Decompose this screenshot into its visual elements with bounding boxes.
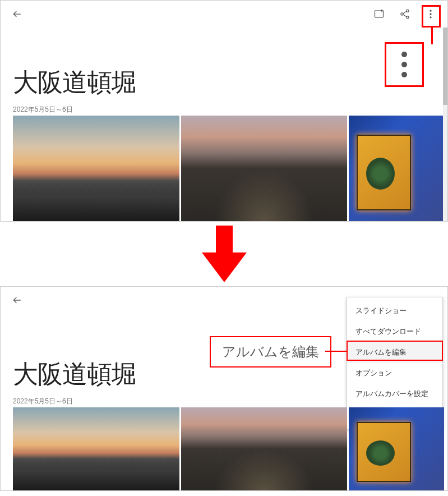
menu-item-edit-album[interactable]: アルバムを編集 bbox=[347, 342, 442, 363]
photo-thumbnail[interactable] bbox=[13, 116, 179, 221]
add-photo-icon[interactable] bbox=[372, 7, 386, 21]
album-date-range: 2022年5月5日～6日 bbox=[13, 105, 136, 114]
photo-grid bbox=[13, 116, 444, 221]
album-view-before: 大阪道頓堀 2022年5月5日～6日 bbox=[0, 0, 448, 222]
menu-item-slideshow[interactable]: スライドショー bbox=[347, 301, 442, 322]
photo-thumbnail[interactable] bbox=[181, 116, 348, 221]
svg-point-4 bbox=[429, 10, 431, 12]
callout-edit-album: アルバムを編集 bbox=[210, 336, 331, 368]
photo-thumbnail[interactable] bbox=[349, 407, 444, 490]
photo-thumbnail[interactable] bbox=[13, 407, 179, 490]
transition-arrow bbox=[0, 222, 448, 286]
svg-point-2 bbox=[401, 13, 403, 15]
album-view-after: スライドショー すべてダウンロード アルバムを編集 オプション アルバムカバーを… bbox=[0, 286, 448, 491]
album-header: 大阪道頓堀 2022年5月5日～6日 bbox=[13, 66, 136, 114]
highlight-zoom-dots bbox=[385, 42, 424, 87]
photo-thumbnail[interactable] bbox=[181, 407, 348, 490]
top-toolbar bbox=[1, 1, 447, 27]
highlight-connector bbox=[431, 27, 433, 44]
back-arrow-icon[interactable] bbox=[11, 293, 24, 307]
share-icon[interactable] bbox=[398, 7, 412, 21]
photo-grid bbox=[13, 407, 444, 490]
album-header: 大阪道頓堀 2022年5月5日～6日 bbox=[13, 357, 136, 406]
back-arrow-icon[interactable] bbox=[11, 7, 24, 21]
menu-item-options[interactable]: オプション bbox=[347, 363, 442, 384]
svg-point-3 bbox=[407, 16, 409, 19]
album-title: 大阪道頓堀 bbox=[13, 66, 136, 99]
album-date-range: 2022年5月5日～6日 bbox=[13, 397, 136, 406]
menu-item-set-cover[interactable]: アルバムカバーを設定 bbox=[347, 384, 442, 405]
svg-point-5 bbox=[429, 13, 431, 15]
photo-thumbnail[interactable] bbox=[349, 116, 444, 221]
album-title: 大阪道頓堀 bbox=[13, 357, 136, 391]
svg-point-1 bbox=[407, 10, 409, 12]
more-options-icon[interactable] bbox=[424, 7, 437, 21]
scrollbar[interactable] bbox=[443, 27, 447, 221]
svg-point-6 bbox=[429, 16, 431, 18]
menu-item-download-all[interactable]: すべてダウンロード bbox=[347, 322, 442, 342]
